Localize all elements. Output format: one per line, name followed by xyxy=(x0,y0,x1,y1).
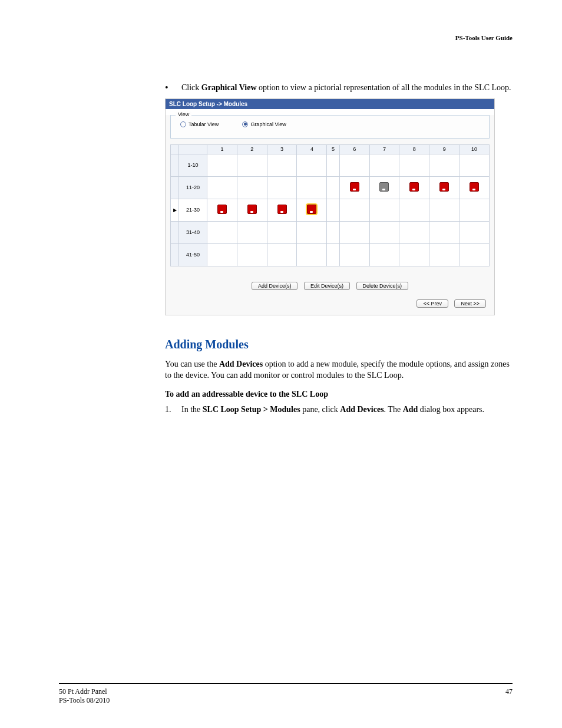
col-header: 8 xyxy=(399,144,429,154)
grid-cell[interactable] xyxy=(297,199,327,221)
grid-cell[interactable] xyxy=(339,176,369,199)
row-selector[interactable] xyxy=(171,221,179,243)
grid-cell[interactable] xyxy=(237,154,267,176)
nav-button-row: << Prev Next >> xyxy=(166,296,494,315)
grid-cell[interactable] xyxy=(327,243,339,266)
step-1: 1. In the SLC Loop Setup > Modules pane,… xyxy=(165,404,515,416)
grid-cell[interactable] xyxy=(339,199,369,221)
grid-cell[interactable] xyxy=(207,221,237,243)
next-button[interactable]: Next >> xyxy=(454,299,486,308)
procedure-heading: To add an addressable device to the SLC … xyxy=(165,390,515,399)
grid-cell[interactable] xyxy=(207,154,237,176)
grid-cell[interactable] xyxy=(399,199,429,221)
grid-cell[interactable] xyxy=(237,243,267,266)
grid-cell[interactable] xyxy=(327,176,339,199)
col-header: 7 xyxy=(369,144,399,154)
grid-cell[interactable] xyxy=(459,221,490,243)
para-bold: Add Devices xyxy=(219,360,263,368)
row-header: 31-40 xyxy=(179,221,207,243)
grid-cell[interactable] xyxy=(267,221,297,243)
grid-cell[interactable] xyxy=(327,221,339,243)
row-selector[interactable] xyxy=(171,154,179,176)
grid-cell[interactable] xyxy=(339,243,369,266)
grid-cell[interactable] xyxy=(399,154,429,176)
grid-cell[interactable] xyxy=(267,176,297,199)
add-device-button[interactable]: Add Device(s) xyxy=(252,282,298,290)
grid-cell[interactable] xyxy=(369,199,399,221)
grid-cell[interactable] xyxy=(369,221,399,243)
grid-cell[interactable] xyxy=(237,176,267,199)
grid-cell[interactable] xyxy=(327,199,339,221)
grid-cell[interactable] xyxy=(327,154,339,176)
grid-cell[interactable] xyxy=(369,176,399,199)
bullet-pre: Click xyxy=(181,83,201,92)
grid-cell[interactable] xyxy=(369,154,399,176)
module-icon xyxy=(409,182,419,192)
step-post: dialog box appears. xyxy=(418,405,484,414)
grid-cell[interactable] xyxy=(369,243,399,266)
col-header: 9 xyxy=(429,144,459,154)
grid-cell[interactable] xyxy=(399,243,429,266)
grid-cell[interactable] xyxy=(339,221,369,243)
row-selector[interactable] xyxy=(171,176,179,199)
col-header: 3 xyxy=(267,144,297,154)
row-selector[interactable] xyxy=(171,243,179,266)
grid-cell[interactable] xyxy=(399,176,429,199)
body-paragraph: You can use the Add Devices option to ad… xyxy=(165,358,515,381)
grid-cell[interactable] xyxy=(459,199,490,221)
edit-device-button[interactable]: Edit Device(s) xyxy=(304,282,350,290)
module-icon xyxy=(247,205,257,214)
col-header: 2 xyxy=(237,144,267,154)
grid-cell[interactable] xyxy=(459,154,490,176)
step-b1: SLC Loop Setup > Modules xyxy=(203,405,300,414)
grid-cell[interactable] xyxy=(267,243,297,266)
grid-cell[interactable] xyxy=(237,221,267,243)
grid-row: 1-10 xyxy=(171,154,490,176)
grid-cell[interactable] xyxy=(297,221,327,243)
module-icon xyxy=(379,182,389,192)
col-header: 4 xyxy=(297,144,327,154)
step-mid2: . The xyxy=(384,405,403,414)
row-header: 41-50 xyxy=(179,243,207,266)
module-icon xyxy=(277,205,287,214)
grid-cell[interactable] xyxy=(429,221,459,243)
grid-cell[interactable] xyxy=(237,199,267,221)
grid-cell[interactable] xyxy=(459,176,490,199)
page-footer: 50 Pt Addr Panel PS-Tools 08/2010 47 xyxy=(59,683,513,704)
step-number: 1. xyxy=(165,404,181,416)
radio-graphical[interactable]: Graphical View xyxy=(242,121,286,127)
screenshot-window: SLC Loop Setup -> Modules View Tabular V… xyxy=(165,98,495,315)
delete-device-button[interactable]: Delete Device(s) xyxy=(356,282,409,290)
prev-button[interactable]: << Prev xyxy=(416,299,448,308)
module-icon xyxy=(307,205,316,214)
module-icon xyxy=(217,205,227,214)
grid-cell[interactable] xyxy=(297,243,327,266)
radio-on-icon xyxy=(242,121,248,127)
grid-cell[interactable] xyxy=(267,154,297,176)
grid-cell[interactable] xyxy=(429,176,459,199)
grid-cell[interactable] xyxy=(429,243,459,266)
grid-cell[interactable] xyxy=(429,199,459,221)
grid-cell[interactable] xyxy=(297,154,327,176)
grid-cell[interactable] xyxy=(207,243,237,266)
row-selector-active[interactable] xyxy=(171,199,179,221)
grid-cell[interactable] xyxy=(297,176,327,199)
page: PS-Tools User Guide • Click Graphical Vi… xyxy=(0,0,562,728)
grid-cell[interactable] xyxy=(459,243,490,266)
corner-row-label xyxy=(179,144,207,154)
module-icon xyxy=(470,182,479,192)
grid-cell[interactable] xyxy=(339,154,369,176)
row-header: 1-10 xyxy=(179,154,207,176)
grid-cell[interactable] xyxy=(429,154,459,176)
grid-cell[interactable] xyxy=(207,199,237,221)
radio-tabular[interactable]: Tabular View xyxy=(180,121,219,127)
footer-line1: 50 Pt Addr Panel xyxy=(59,687,110,696)
grid-cell[interactable] xyxy=(207,176,237,199)
grid-cell[interactable] xyxy=(399,221,429,243)
content-area: • Click Graphical View option to view a … xyxy=(165,83,515,416)
footer-left: 50 Pt Addr Panel PS-Tools 08/2010 xyxy=(59,687,110,704)
bullet-marker: • xyxy=(165,83,181,94)
window-body: View Tabular View Graphical View xyxy=(166,115,494,315)
grid-cell[interactable] xyxy=(267,199,297,221)
step-b3: Add xyxy=(403,405,418,414)
